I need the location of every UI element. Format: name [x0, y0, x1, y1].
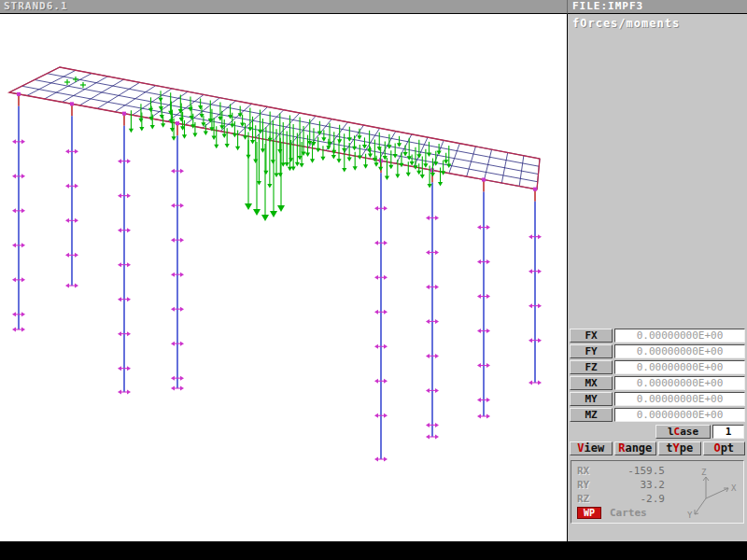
force-moment-fields: FX 0.00000000E+00 FY 0.00000000E+00 FZ 0…: [570, 329, 745, 424]
fy-label-button[interactable]: FY: [570, 344, 613, 358]
fy-value: 0.00000000E+00: [614, 344, 745, 358]
structural-model-drawing: [0, 14, 567, 541]
type-button[interactable]: tYpe: [658, 441, 701, 455]
rx-value: -159.5: [603, 465, 665, 477]
rotation-row-rx: RX -159.5: [577, 464, 665, 478]
rotation-info-box: RX -159.5 RY 33.2 RZ -2.9 WP Cartes: [571, 460, 744, 524]
field-row-mz: MZ 0.00000000E+00: [570, 408, 745, 422]
rotation-row-ry: RY 33.2: [577, 478, 665, 492]
coord-system-label: Cartes: [610, 507, 647, 519]
mz-label-button[interactable]: MZ: [570, 408, 613, 422]
title-bar: STRAND6.1: [0, 0, 567, 14]
axis-triad: Z X Y: [680, 467, 740, 519]
range-post: ange: [625, 441, 652, 455]
lcase-pre: l: [668, 426, 674, 438]
opt-hotkey: O: [713, 441, 720, 455]
type-pre: t: [666, 441, 672, 455]
load-case-button[interactable]: lCase: [655, 425, 711, 439]
strand6-application: STRAND6.1 FILE:IMPF3 fOrces/moments FX 0…: [0, 0, 747, 560]
rz-value: -2.9: [603, 493, 665, 505]
fz-value: 0.00000000E+00: [614, 360, 745, 374]
file-bar: FILE:IMPF3: [567, 0, 747, 14]
my-value: 0.00000000E+00: [614, 392, 745, 406]
triad-z-label: Z: [701, 468, 707, 477]
fx-label-button[interactable]: FX: [570, 329, 613, 343]
opt-button[interactable]: Opt: [703, 441, 746, 455]
fx-value: 0.00000000E+00: [614, 329, 745, 343]
range-button[interactable]: Range: [614, 441, 657, 455]
field-row-fz: FZ 0.00000000E+00: [570, 360, 745, 374]
app-title: STRAND6.1: [4, 0, 68, 12]
model-viewport[interactable]: [0, 14, 567, 541]
rx-label: RX: [577, 465, 603, 477]
field-row-fx: FX 0.00000000E+00: [570, 329, 745, 343]
field-row-my: MY 0.00000000E+00: [570, 392, 745, 406]
menu-row: View Range tYpe Opt: [570, 441, 745, 455]
fz-label-button[interactable]: FZ: [570, 360, 613, 374]
view-button[interactable]: View: [570, 441, 613, 455]
control-panel: fOrces/moments FX 0.00000000E+00 FY 0.00…: [567, 14, 747, 541]
bottom-bar: [0, 541, 747, 560]
type-hotkey: Y: [673, 441, 680, 455]
load-case-row: lCase 1: [655, 425, 744, 439]
field-row-mx: MX 0.00000000E+00: [570, 376, 745, 390]
load-case-value: 1: [712, 425, 744, 439]
my-label-button[interactable]: MY: [570, 392, 613, 406]
opt-post: pt: [721, 441, 734, 455]
type-post: pe: [680, 441, 693, 455]
mz-value: 0.00000000E+00: [614, 408, 745, 422]
field-row-fy: FY 0.00000000E+00: [570, 344, 745, 358]
rz-label: RZ: [577, 493, 603, 505]
ry-label: RY: [577, 479, 603, 491]
triad-x-label: X: [731, 483, 737, 493]
triad-y-label: Y: [687, 511, 693, 519]
view-post: iew: [585, 441, 605, 455]
view-hotkey: V: [577, 441, 584, 455]
mode-title: fOrces/moments: [568, 14, 747, 32]
mx-value: 0.00000000E+00: [614, 376, 745, 390]
mx-label-button[interactable]: MX: [570, 376, 613, 390]
file-name: FILE:IMPF3: [572, 0, 643, 12]
lcase-post: ase: [680, 426, 698, 438]
ry-value: 33.2: [603, 479, 665, 491]
wp-button[interactable]: WP: [577, 507, 601, 519]
workplane-row: WP Cartes: [577, 507, 647, 519]
rotation-row-rz: RZ -2.9: [577, 492, 665, 506]
